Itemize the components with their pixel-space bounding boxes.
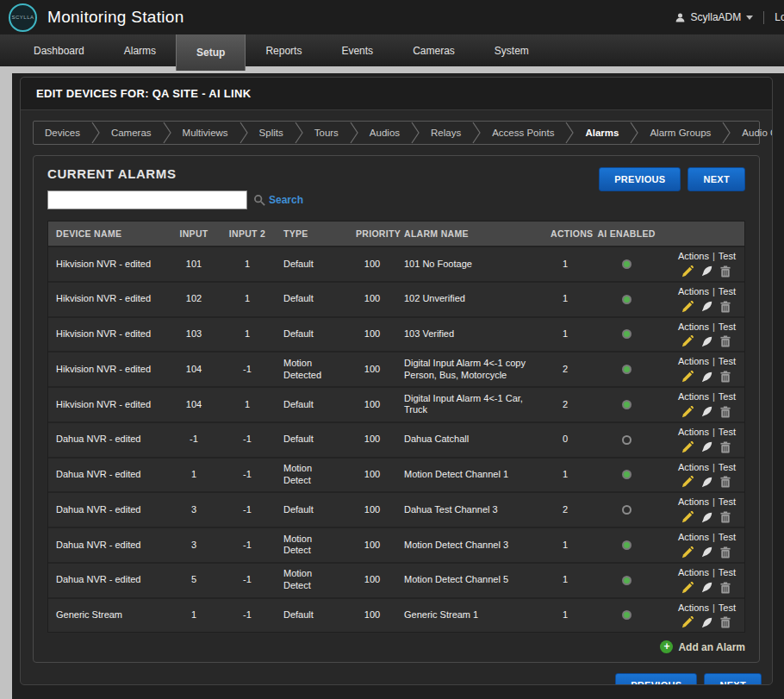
search-button[interactable]: Search xyxy=(253,194,303,206)
feather-test-icon[interactable] xyxy=(701,406,712,417)
nav-item[interactable]: Events xyxy=(321,34,393,66)
edit-pencil-icon[interactable] xyxy=(681,406,694,418)
actions-link[interactable]: Actions xyxy=(678,356,709,366)
test-link[interactable]: Test xyxy=(719,462,736,472)
edit-pencil-icon[interactable] xyxy=(681,441,694,453)
feather-test-icon[interactable] xyxy=(701,512,712,523)
nav-item[interactable]: Alarms xyxy=(104,34,176,66)
test-link[interactable]: Test xyxy=(719,427,736,437)
delete-trash-icon[interactable] xyxy=(720,301,731,313)
delete-trash-icon[interactable] xyxy=(720,546,731,559)
feather-test-icon[interactable] xyxy=(701,582,712,593)
actions-link[interactable]: Actions xyxy=(678,391,709,402)
row-links: Actions|Test xyxy=(678,286,736,298)
actions-link[interactable]: Actions xyxy=(678,251,709,261)
breadcrumb-item[interactable]: Audio Groups xyxy=(731,122,773,144)
edit-pencil-icon[interactable] xyxy=(681,582,694,594)
previous-button[interactable]: PREVIOUS xyxy=(599,167,681,191)
test-link[interactable]: Test xyxy=(719,602,736,613)
edit-pencil-icon[interactable] xyxy=(681,265,694,278)
ai-enabled-indicator[interactable] xyxy=(622,365,632,374)
test-link[interactable]: Test xyxy=(719,496,736,507)
breadcrumb-item[interactable]: Tours xyxy=(303,122,358,144)
delete-trash-icon[interactable] xyxy=(720,335,731,347)
test-link[interactable]: Test xyxy=(719,532,736,542)
edit-pencil-icon[interactable] xyxy=(681,616,694,628)
ai-enabled-indicator[interactable] xyxy=(622,259,632,269)
nav-item[interactable]: Setup xyxy=(176,32,246,71)
user-menu-button[interactable]: ScyllaADM xyxy=(675,11,754,23)
feather-test-icon[interactable] xyxy=(701,477,712,488)
actions-link[interactable]: Actions xyxy=(678,532,709,542)
ai-enabled-indicator[interactable] xyxy=(622,505,632,515)
test-link[interactable]: Test xyxy=(719,356,736,366)
logout-button[interactable]: Logout xyxy=(775,11,784,23)
actions-link[interactable]: Actions xyxy=(678,567,709,577)
delete-trash-icon[interactable] xyxy=(720,476,731,488)
ai-enabled-indicator[interactable] xyxy=(622,295,632,304)
add-alarm-button[interactable]: + Add an Alarm xyxy=(47,640,745,653)
feather-test-icon[interactable] xyxy=(701,441,712,452)
edit-devices-title: EDIT DEVICES FOR: QA SITE - AI LINK xyxy=(21,78,772,110)
ai-enabled-indicator[interactable] xyxy=(622,610,632,620)
breadcrumb-item[interactable]: Alarm Groups xyxy=(638,122,731,144)
breadcrumb-item[interactable]: Access Points xyxy=(481,122,574,144)
breadcrumb-item[interactable]: Relays xyxy=(420,122,481,144)
actions-link[interactable]: Actions xyxy=(678,321,709,332)
test-link[interactable]: Test xyxy=(719,391,736,402)
feather-test-icon[interactable] xyxy=(701,617,712,628)
edit-pencil-icon[interactable] xyxy=(681,511,694,523)
feather-test-icon[interactable] xyxy=(701,301,712,312)
nav-item[interactable]: Reports xyxy=(246,34,321,66)
actions-link[interactable]: Actions xyxy=(678,286,709,296)
actions-link[interactable]: Actions xyxy=(678,496,709,507)
breadcrumb-item[interactable]: Devices xyxy=(34,122,100,144)
edit-pencil-icon[interactable] xyxy=(681,335,694,347)
ai-enabled-indicator[interactable] xyxy=(622,435,632,445)
delete-trash-icon[interactable] xyxy=(720,616,731,628)
test-link[interactable]: Test xyxy=(719,321,736,332)
next-button-bottom[interactable]: NEXT xyxy=(704,673,762,685)
delete-trash-icon[interactable] xyxy=(720,371,731,383)
test-link[interactable]: Test xyxy=(719,286,736,296)
edit-pencil-icon[interactable] xyxy=(681,476,694,488)
nav-item[interactable]: Cameras xyxy=(393,34,475,66)
actions-link[interactable]: Actions xyxy=(678,602,709,613)
scylla-logo-icon: SCYLLA xyxy=(9,3,37,32)
delete-trash-icon[interactable] xyxy=(720,582,731,594)
chevron-separator-icon xyxy=(722,122,731,144)
ai-enabled-indicator[interactable] xyxy=(622,470,632,479)
test-link[interactable]: Test xyxy=(719,567,736,577)
feather-test-icon[interactable] xyxy=(701,265,712,277)
edit-pencil-icon[interactable] xyxy=(681,546,694,559)
delete-trash-icon[interactable] xyxy=(720,265,731,278)
test-link[interactable]: Test xyxy=(719,251,736,261)
feather-test-icon[interactable] xyxy=(701,546,712,558)
ai-enabled-indicator[interactable] xyxy=(622,329,632,339)
edit-pencil-icon[interactable] xyxy=(681,371,694,383)
search-input[interactable] xyxy=(47,190,247,209)
nav-item[interactable]: System xyxy=(475,34,549,66)
actions-link[interactable]: Actions xyxy=(678,427,709,437)
cell-input2: -1 xyxy=(219,361,276,378)
breadcrumb-item[interactable]: Splits xyxy=(248,122,303,144)
edit-pencil-icon[interactable] xyxy=(681,301,694,313)
breadcrumb-item[interactable]: Multiviews xyxy=(171,122,248,144)
delete-trash-icon[interactable] xyxy=(720,406,731,418)
ai-enabled-indicator[interactable] xyxy=(622,400,632,409)
chevron-separator-icon xyxy=(295,122,303,144)
previous-button-bottom[interactable]: PREVIOUS xyxy=(615,673,697,685)
nav-item[interactable]: Dashboard xyxy=(14,34,104,66)
feather-test-icon[interactable] xyxy=(701,371,712,383)
cell-alarm-name: Motion Detect Channel 5 xyxy=(396,571,543,589)
breadcrumb-item[interactable]: Alarms xyxy=(574,122,638,144)
ai-enabled-indicator[interactable] xyxy=(622,576,632,585)
next-button[interactable]: NEXT xyxy=(688,167,745,191)
feather-test-icon[interactable] xyxy=(701,336,712,347)
breadcrumb-item[interactable]: Audios xyxy=(358,122,420,144)
ai-enabled-indicator[interactable] xyxy=(622,540,632,550)
delete-trash-icon[interactable] xyxy=(720,511,731,523)
actions-link[interactable]: Actions xyxy=(678,462,709,472)
breadcrumb-item[interactable]: Cameras xyxy=(100,122,171,144)
delete-trash-icon[interactable] xyxy=(720,441,731,453)
